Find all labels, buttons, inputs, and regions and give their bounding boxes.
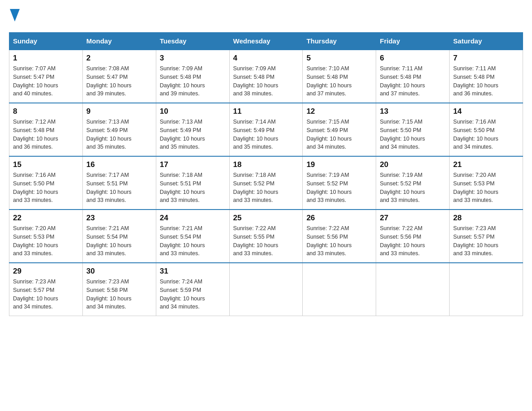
calendar-cell: 4 Sunrise: 7:09 AM Sunset: 5:48 PM Dayli…	[229, 50, 303, 103]
page-header	[9, 9, 523, 23]
day-number: 7	[453, 54, 519, 63]
calendar-cell: 26 Sunrise: 7:22 AM Sunset: 5:56 PM Dayl…	[303, 210, 376, 263]
calendar-cell: 11 Sunrise: 7:14 AM Sunset: 5:49 PM Dayl…	[229, 103, 303, 156]
day-info: Sunrise: 7:14 AM Sunset: 5:49 PM Dayligh…	[233, 118, 299, 151]
calendar-week-row: 29 Sunrise: 7:23 AM Sunset: 5:57 PM Dayl…	[9, 263, 523, 316]
day-info: Sunrise: 7:17 AM Sunset: 5:51 PM Dayligh…	[86, 171, 152, 205]
calendar-cell: 23 Sunrise: 7:21 AM Sunset: 5:54 PM Dayl…	[82, 210, 156, 263]
day-number: 6	[380, 54, 446, 63]
logo-arrow-icon	[10, 9, 20, 23]
day-number: 5	[306, 54, 372, 63]
calendar-cell	[229, 263, 303, 316]
day-info: Sunrise: 7:20 AM Sunset: 5:53 PM Dayligh…	[453, 171, 519, 205]
day-number: 22	[13, 214, 79, 223]
calendar-week-row: 1 Sunrise: 7:07 AM Sunset: 5:47 PM Dayli…	[9, 50, 523, 103]
day-info: Sunrise: 7:16 AM Sunset: 5:50 PM Dayligh…	[13, 171, 79, 205]
column-header-saturday: Saturday	[450, 33, 523, 50]
day-info: Sunrise: 7:16 AM Sunset: 5:50 PM Dayligh…	[453, 118, 519, 151]
day-info: Sunrise: 7:15 AM Sunset: 5:49 PM Dayligh…	[306, 118, 372, 151]
day-info: Sunrise: 7:13 AM Sunset: 5:49 PM Dayligh…	[86, 118, 152, 151]
calendar-header-row: SundayMondayTuesdayWednesdayThursdayFrid…	[9, 33, 523, 50]
calendar-week-row: 8 Sunrise: 7:12 AM Sunset: 5:48 PM Dayli…	[9, 103, 523, 156]
day-info: Sunrise: 7:24 AM Sunset: 5:59 PM Dayligh…	[160, 278, 226, 311]
day-info: Sunrise: 7:12 AM Sunset: 5:48 PM Dayligh…	[13, 118, 79, 151]
day-info: Sunrise: 7:22 AM Sunset: 5:55 PM Dayligh…	[233, 224, 299, 258]
day-info: Sunrise: 7:22 AM Sunset: 5:56 PM Dayligh…	[306, 224, 372, 258]
day-info: Sunrise: 7:11 AM Sunset: 5:48 PM Dayligh…	[453, 64, 519, 98]
day-number: 26	[306, 214, 372, 223]
day-number: 16	[86, 160, 152, 169]
calendar-cell	[376, 263, 450, 316]
day-info: Sunrise: 7:11 AM Sunset: 5:48 PM Dayligh…	[380, 64, 446, 98]
day-number: 25	[233, 214, 299, 223]
day-number: 15	[13, 160, 79, 169]
day-number: 20	[380, 160, 446, 169]
day-number: 18	[233, 160, 299, 169]
calendar-cell	[450, 263, 523, 316]
calendar-cell: 30 Sunrise: 7:23 AM Sunset: 5:58 PM Dayl…	[82, 263, 156, 316]
column-header-tuesday: Tuesday	[156, 33, 229, 50]
calendar-cell: 17 Sunrise: 7:18 AM Sunset: 5:51 PM Dayl…	[156, 156, 229, 210]
day-number: 11	[233, 107, 299, 116]
calendar-cell: 21 Sunrise: 7:20 AM Sunset: 5:53 PM Dayl…	[450, 156, 523, 210]
calendar-cell: 15 Sunrise: 7:16 AM Sunset: 5:50 PM Dayl…	[9, 156, 83, 210]
day-info: Sunrise: 7:20 AM Sunset: 5:53 PM Dayligh…	[13, 224, 79, 258]
day-number: 9	[86, 107, 152, 116]
calendar-cell: 31 Sunrise: 7:24 AM Sunset: 5:59 PM Dayl…	[156, 263, 229, 316]
day-info: Sunrise: 7:10 AM Sunset: 5:48 PM Dayligh…	[306, 64, 372, 98]
calendar-week-row: 15 Sunrise: 7:16 AM Sunset: 5:50 PM Dayl…	[9, 156, 523, 210]
calendar-cell	[303, 263, 376, 316]
day-number: 12	[306, 107, 372, 116]
calendar-cell: 12 Sunrise: 7:15 AM Sunset: 5:49 PM Dayl…	[303, 103, 376, 156]
day-info: Sunrise: 7:13 AM Sunset: 5:49 PM Dayligh…	[160, 118, 226, 151]
day-number: 27	[380, 214, 446, 223]
column-header-monday: Monday	[82, 33, 156, 50]
day-number: 21	[453, 160, 519, 169]
logo	[9, 9, 20, 23]
calendar-cell: 3 Sunrise: 7:09 AM Sunset: 5:48 PM Dayli…	[156, 50, 229, 103]
day-number: 14	[453, 107, 519, 116]
day-info: Sunrise: 7:21 AM Sunset: 5:54 PM Dayligh…	[86, 224, 152, 258]
calendar-cell: 24 Sunrise: 7:21 AM Sunset: 5:54 PM Dayl…	[156, 210, 229, 263]
day-info: Sunrise: 7:07 AM Sunset: 5:47 PM Dayligh…	[13, 64, 79, 98]
column-header-sunday: Sunday	[9, 33, 83, 50]
calendar-cell: 27 Sunrise: 7:22 AM Sunset: 5:56 PM Dayl…	[376, 210, 450, 263]
day-info: Sunrise: 7:23 AM Sunset: 5:57 PM Dayligh…	[453, 224, 519, 258]
calendar-cell: 13 Sunrise: 7:15 AM Sunset: 5:50 PM Dayl…	[376, 103, 450, 156]
calendar-week-row: 22 Sunrise: 7:20 AM Sunset: 5:53 PM Dayl…	[9, 210, 523, 263]
day-number: 23	[86, 214, 152, 223]
day-info: Sunrise: 7:21 AM Sunset: 5:54 PM Dayligh…	[160, 224, 226, 258]
calendar-cell: 20 Sunrise: 7:19 AM Sunset: 5:52 PM Dayl…	[376, 156, 450, 210]
column-header-friday: Friday	[376, 33, 450, 50]
column-header-thursday: Thursday	[303, 33, 376, 50]
calendar-cell: 18 Sunrise: 7:18 AM Sunset: 5:52 PM Dayl…	[229, 156, 303, 210]
day-number: 31	[160, 267, 226, 276]
calendar-cell: 19 Sunrise: 7:19 AM Sunset: 5:52 PM Dayl…	[303, 156, 376, 210]
day-info: Sunrise: 7:19 AM Sunset: 5:52 PM Dayligh…	[306, 171, 372, 205]
day-info: Sunrise: 7:08 AM Sunset: 5:47 PM Dayligh…	[86, 64, 152, 98]
day-number: 1	[13, 54, 79, 63]
calendar-cell: 28 Sunrise: 7:23 AM Sunset: 5:57 PM Dayl…	[450, 210, 523, 263]
day-number: 24	[160, 214, 226, 223]
day-number: 13	[380, 107, 446, 116]
day-info: Sunrise: 7:18 AM Sunset: 5:52 PM Dayligh…	[233, 171, 299, 205]
day-number: 17	[160, 160, 226, 169]
calendar-cell: 14 Sunrise: 7:16 AM Sunset: 5:50 PM Dayl…	[450, 103, 523, 156]
day-number: 2	[86, 54, 152, 63]
calendar-table: SundayMondayTuesdayWednesdayThursdayFrid…	[9, 32, 523, 316]
day-number: 28	[453, 214, 519, 223]
day-info: Sunrise: 7:09 AM Sunset: 5:48 PM Dayligh…	[160, 64, 226, 98]
day-info: Sunrise: 7:23 AM Sunset: 5:58 PM Dayligh…	[86, 278, 152, 311]
calendar-cell: 25 Sunrise: 7:22 AM Sunset: 5:55 PM Dayl…	[229, 210, 303, 263]
day-info: Sunrise: 7:19 AM Sunset: 5:52 PM Dayligh…	[380, 171, 446, 205]
calendar-cell: 10 Sunrise: 7:13 AM Sunset: 5:49 PM Dayl…	[156, 103, 229, 156]
svg-marker-0	[10, 9, 20, 21]
calendar-cell: 29 Sunrise: 7:23 AM Sunset: 5:57 PM Dayl…	[9, 263, 83, 316]
day-number: 3	[160, 54, 226, 63]
day-number: 19	[306, 160, 372, 169]
day-number: 10	[160, 107, 226, 116]
calendar-cell: 6 Sunrise: 7:11 AM Sunset: 5:48 PM Dayli…	[376, 50, 450, 103]
day-number: 30	[86, 267, 152, 276]
calendar-cell: 8 Sunrise: 7:12 AM Sunset: 5:48 PM Dayli…	[9, 103, 83, 156]
day-number: 8	[13, 107, 79, 116]
